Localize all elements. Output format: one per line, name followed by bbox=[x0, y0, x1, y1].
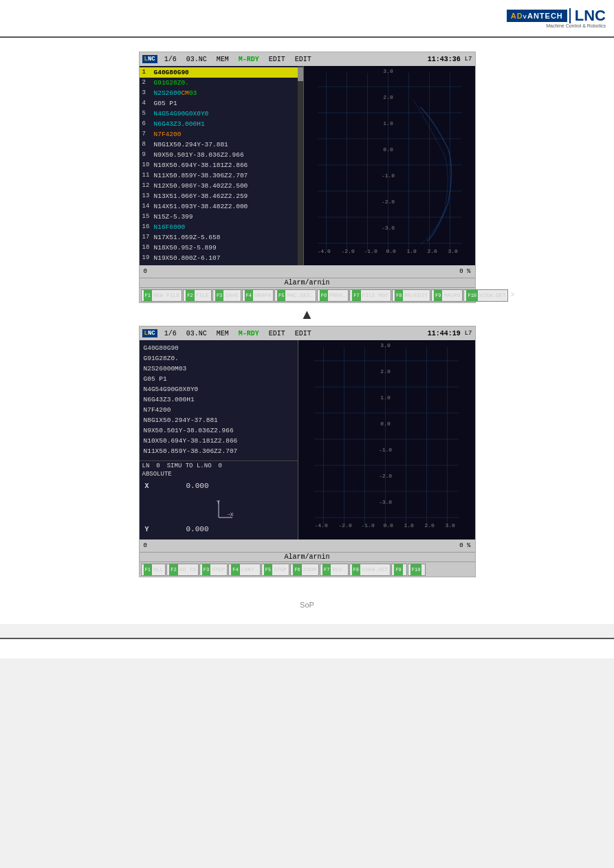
fkey2-zoom[interactable]: F6ZOOM bbox=[290, 564, 319, 576]
sim-y-val: 0.000 bbox=[186, 525, 209, 533]
panel1-status-left: 0 bbox=[144, 268, 147, 275]
code-line-9: 9 N9X50.501Y-38.036Z2.966 bbox=[140, 150, 298, 160]
nc-panel-1: LNC 1/6 03.NC MEM M-RDY EDIT EDIT 11:43:… bbox=[139, 52, 476, 303]
code-line-6: 6 N6G43Z3.000H1 bbox=[140, 119, 298, 129]
fkey2-stgp[interactable]: F5STGP bbox=[261, 564, 290, 576]
sim-x-row: X 0.000 bbox=[142, 480, 295, 491]
sim-line-7: N7F4200 bbox=[142, 405, 295, 415]
fkey-prog[interactable]: F6PROG. bbox=[317, 289, 349, 302]
fkey-macro[interactable]: F9MACRO bbox=[431, 289, 463, 302]
svg-text:-1.0: -1.0 bbox=[378, 447, 391, 453]
sop-area: SoP bbox=[34, 598, 580, 610]
fkey2-f10[interactable]: F10 bbox=[408, 564, 426, 576]
page-header: ADVANTECH LNC Machine Control & Robotics bbox=[0, 0, 614, 38]
sim-ln-row: LN 0 SIMU TO L.NO 0 bbox=[142, 463, 295, 469]
fkey-filemgt[interactable]: F7FILE MGT bbox=[349, 289, 391, 302]
svg-text:-2.0: -2.0 bbox=[341, 248, 354, 254]
panel2-status: 0 0 % bbox=[140, 539, 475, 552]
fkey-viewset[interactable]: F10VIEW.SET bbox=[463, 289, 508, 302]
panel1-edit1: EDIT bbox=[266, 56, 288, 63]
code-line-15: 15 N15Z-5.399 bbox=[140, 212, 298, 222]
svg-text:2.0: 2.0 bbox=[427, 248, 437, 254]
svg-text:-3.0: -3.0 bbox=[378, 499, 391, 505]
panel1-mem: MEM bbox=[214, 56, 232, 63]
fkey2-viewset[interactable]: F8VIEW.SET bbox=[349, 564, 391, 576]
svg-text:Y: Y bbox=[217, 499, 220, 505]
panel1-scroll-thumb bbox=[298, 67, 303, 81]
code-line-17: 17 N17X51.059Z-5.658 bbox=[140, 232, 298, 243]
panel1-fraction: 1/6 bbox=[162, 56, 179, 63]
fkey2-more[interactable]: > bbox=[426, 566, 433, 573]
svg-text:-2.0: -2.0 bbox=[338, 522, 351, 528]
svg-text:-2.0: -2.0 bbox=[378, 473, 391, 479]
svg-text:→X: →X bbox=[227, 511, 234, 518]
panel2-lnc-logo: LNC bbox=[142, 329, 157, 337]
fkey-macdes[interactable]: F5MAC.DES. bbox=[274, 289, 316, 302]
sim-simu-val: 0 bbox=[219, 463, 222, 469]
svg-text:-3.0: -3.0 bbox=[381, 225, 394, 231]
panel2-edit1: EDIT bbox=[266, 330, 288, 337]
fkey-save[interactable]: F3SAVE bbox=[212, 289, 241, 302]
panel2-l7: L7 bbox=[465, 330, 472, 337]
fkey2-f9[interactable]: F9 bbox=[391, 564, 406, 576]
panel1-status-pct: 0 % bbox=[459, 268, 470, 275]
svg-text:0.0: 0.0 bbox=[386, 248, 396, 254]
panel2-mem: MEM bbox=[214, 330, 232, 337]
code-line-19: 19 N19X50.800Z-6.107 bbox=[140, 253, 298, 263]
logo-container: ADVANTECH LNC Machine Control & Robotics bbox=[507, 8, 606, 28]
fkey2-all[interactable]: F1ALL bbox=[141, 564, 166, 576]
sim-line-3: N2S26000M03 bbox=[142, 364, 295, 374]
panel2-sim-status: LN 0 SIMU TO L.NO 0 ABSOLUTE X 0.000 bbox=[140, 460, 298, 539]
code-line-4: 4 G05 P1 bbox=[140, 98, 298, 109]
panel1-l7: L7 bbox=[465, 56, 472, 63]
panel1-scrollbar[interactable] bbox=[298, 66, 303, 265]
nc-panel-2: LNC 1/6 03.NC MEM M-RDY EDIT EDIT 11:44:… bbox=[139, 326, 476, 577]
panel2-graph: 3.0 2.0 1.0 0.0 -1.0 -2.0 -3.0 -4.0 -2.0… bbox=[298, 340, 475, 539]
fkey2-rcv[interactable]: F7RCV. bbox=[320, 564, 349, 576]
fkey-rgedit[interactable]: F8RG/EDIT bbox=[392, 289, 430, 302]
fkey2-goto[interactable]: F2GO TO bbox=[166, 564, 198, 576]
panel1-filename: 03.NC bbox=[184, 56, 210, 63]
panel2-left: G40G80G90 G91G28Z0. N2S26000M03 G05 P1 N… bbox=[140, 340, 298, 539]
advantech-logo: ADVANTECH bbox=[507, 10, 567, 22]
sim-x-val: 0.000 bbox=[186, 482, 209, 490]
code-line-7: 7 N7F4200 bbox=[140, 129, 298, 140]
sim-ln-val: 0 bbox=[156, 463, 160, 469]
lnc-logo: LNC bbox=[569, 8, 606, 23]
sim-absolute: ABSOLUTE bbox=[142, 471, 295, 478]
panel1-graph: 3.0 2.0 1.0 0.0 -1.0 -2.0 -3.0 -4.0 -2.0… bbox=[303, 66, 475, 265]
fkey-graph[interactable]: F4GRAPH bbox=[242, 289, 274, 302]
svg-text:1.0: 1.0 bbox=[383, 120, 393, 126]
panel1-code-list: 1 G40G80G90 2 G91G28Z0. 3 N2S2600CM03 4 … bbox=[140, 66, 298, 265]
svg-text:-1.0: -1.0 bbox=[364, 248, 377, 254]
panel2-code: G40G80G90 G91G28Z0. N2S26000M03 G05 P1 N… bbox=[140, 342, 298, 458]
svg-text:2.0: 2.0 bbox=[380, 368, 391, 375]
code-line-3: 3 N2S2600CM03 bbox=[140, 88, 298, 98]
code-line-10: 10 N10X50.694Y-38.181Z2.866 bbox=[140, 160, 298, 170]
sim-y-row: Y 0.000 bbox=[142, 524, 295, 535]
fkey-more[interactable]: > bbox=[509, 291, 516, 299]
svg-text:3.0: 3.0 bbox=[445, 522, 455, 528]
panel2-mrdy: M-RDY bbox=[236, 330, 262, 337]
fkey2-step[interactable]: F3STEP bbox=[199, 564, 228, 576]
svg-text:2.0: 2.0 bbox=[383, 94, 393, 100]
fkey2-cont[interactable]: F4CONT. bbox=[228, 564, 260, 576]
code-line-14: 14 N14X51.093Y-38.482Z2.000 bbox=[140, 201, 298, 212]
panel1-time: 11:43:36 bbox=[428, 56, 461, 63]
svg-text:1.0: 1.0 bbox=[404, 522, 414, 528]
panel2-alarm: Alarm/arnin bbox=[140, 552, 475, 561]
panel1-lnc-logo: LNC bbox=[142, 55, 157, 63]
fkey-file[interactable]: F2FILE bbox=[183, 289, 212, 302]
sim-line-6: N6G43Z3.000H1 bbox=[142, 394, 295, 405]
logo-subtitle: Machine Control & Robotics bbox=[546, 23, 606, 28]
svg-text:3.0: 3.0 bbox=[448, 248, 458, 254]
svg-text:3.0: 3.0 bbox=[380, 342, 391, 348]
code-line-16: 16 N16F6000 bbox=[140, 222, 298, 232]
fkey-new-file[interactable]: F1NEW FILE bbox=[141, 289, 183, 302]
sim-line-4: G05 P1 bbox=[142, 374, 295, 384]
panel2-status-pct: 0 % bbox=[459, 542, 470, 549]
panel2-status-left: 0 bbox=[144, 542, 147, 549]
sim-line-8: N8G1X50.294Y-37.881 bbox=[142, 415, 295, 425]
code-line-11: 11 N11X50.859Y-38.306Z2.707 bbox=[140, 170, 298, 181]
svg-text:-4.0: -4.0 bbox=[314, 522, 327, 528]
